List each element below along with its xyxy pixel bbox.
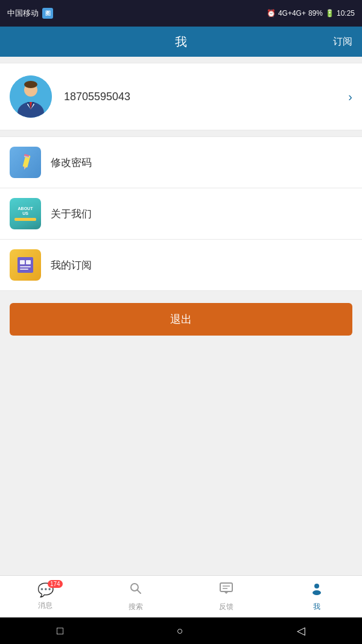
alarm-icon: ⏰: [267, 9, 276, 18]
tab-me-label: 我: [313, 602, 320, 612]
svg-marker-22: [224, 591, 229, 594]
tab-search-label: 搜索: [129, 602, 143, 612]
svg-point-24: [313, 590, 321, 595]
me-icon: [310, 581, 324, 599]
android-home-button[interactable]: ○: [177, 625, 183, 637]
about-us-underline: [14, 218, 36, 221]
menu-item-change-password[interactable]: 修改密码: [0, 137, 362, 188]
subscription-icon: [10, 249, 41, 281]
battery-icon: 🔋: [325, 9, 334, 18]
svg-rect-14: [26, 260, 31, 264]
subscription-svg: [15, 255, 36, 275]
carrier-icon: 图: [42, 8, 53, 19]
messages-badge: 174: [48, 580, 63, 588]
android-recents-button[interactable]: □: [57, 625, 63, 637]
nav-bar: 我 订阅: [0, 27, 362, 57]
svg-point-23: [314, 584, 319, 588]
carrier-name: 中国移动: [7, 8, 39, 19]
menu-item-about-us[interactable]: ABOUTUS 关于我们: [0, 188, 362, 240]
menu-label-my-subscription: 我的订阅: [51, 258, 92, 272]
status-right: ⏰ 4G+4G+ 89% 🔋 10:25: [267, 9, 355, 18]
edit-icon: [10, 147, 41, 178]
svg-rect-13: [20, 260, 25, 264]
pencil-svg: [16, 153, 35, 172]
svg-point-7: [24, 81, 37, 88]
feedback-icon: [219, 581, 233, 599]
tab-messages[interactable]: 💬 174 消息: [0, 582, 91, 611]
menu-item-my-subscription[interactable]: 我的订阅: [0, 240, 362, 290]
menu-label-change-password: 修改密码: [51, 156, 92, 170]
tab-feedback[interactable]: 反馈: [181, 581, 272, 612]
menu-label-about-us: 关于我们: [51, 207, 92, 221]
subscribe-button[interactable]: 订阅: [333, 36, 352, 48]
carrier-info: 中国移动 图: [7, 8, 53, 19]
profile-phone: 18705595043: [64, 91, 130, 103]
about-us-icon: ABOUTUS: [10, 198, 41, 229]
svg-line-18: [138, 590, 141, 594]
status-bar: 中国移动 图 ⏰ 4G+4G+ 89% 🔋 10:25: [0, 0, 362, 27]
avatar: [10, 75, 52, 118]
svg-rect-16: [20, 269, 28, 270]
profile-arrow-icon: ›: [348, 90, 352, 104]
tab-bar: 💬 174 消息 搜索 反馈: [0, 575, 362, 617]
svg-rect-19: [220, 583, 232, 591]
battery-info: 89%: [308, 9, 323, 18]
signal-info: 4G+4G+: [278, 9, 306, 18]
profile-section[interactable]: 18705595043 ›: [0, 63, 362, 130]
menu-section: 修改密码 ABOUTUS 关于我们 我的订阅: [0, 136, 362, 291]
svg-rect-15: [20, 266, 31, 267]
logout-button[interactable]: 退出: [10, 303, 352, 336]
android-nav: □ ○ ◁: [0, 617, 362, 644]
android-back-button[interactable]: ◁: [297, 624, 305, 637]
svg-rect-12: [17, 257, 33, 273]
tab-feedback-label: 反馈: [219, 602, 233, 612]
about-us-text: ABOUTUS: [18, 206, 33, 215]
tab-search[interactable]: 搜索: [91, 581, 181, 612]
avatar-svg: [10, 75, 52, 118]
tab-messages-label: 消息: [38, 601, 52, 611]
tab-me[interactable]: 我: [272, 581, 362, 612]
logout-section: 退出: [0, 291, 362, 348]
nav-title: 我: [175, 34, 187, 50]
search-icon: [129, 581, 143, 599]
time-display: 10:25: [337, 9, 355, 18]
